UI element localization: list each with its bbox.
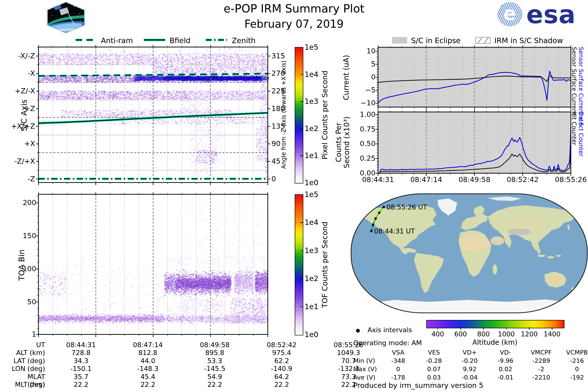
table-row-label: UT [10, 341, 48, 349]
tof-counts-colorbar [295, 194, 303, 336]
angle-tick-label: 90 [272, 140, 294, 148]
table-column-header: VCMPB [559, 349, 588, 357]
counts-ylabel-line1: Counts Per [334, 122, 343, 162]
altitude-tick-mark [460, 327, 461, 330]
altitude-tick-label: 1400 [542, 330, 562, 338]
time-tick-label: 08:47:14 [406, 176, 447, 184]
cassiope-mission-patch-icon: CASSIOPE [45, 1, 87, 34]
table-row-label: Ave (V) [353, 374, 380, 382]
angle-tick-label: 45 [272, 157, 294, 166]
altitude-tick-label: 400 [428, 330, 448, 338]
table-cell: 975.4 [248, 349, 315, 357]
colorbar-tick-mark [300, 250, 303, 251]
angle-tick-label: 225 [272, 87, 294, 95]
sc-axis-category-label: -Z [4, 175, 35, 183]
toa-tick-label: 100 [15, 264, 36, 273]
table-cell: 08:49:58 [181, 341, 248, 349]
colorbar-tick-mark [300, 101, 303, 102]
angle-tick-label: 0 [272, 175, 294, 183]
esa-logo-text: esa [526, 0, 576, 29]
table-cell: -2289 [523, 357, 559, 366]
counters-plot [374, 108, 574, 177]
altitude-tick-mark [438, 327, 438, 330]
colorbar-tick-label: 1e1 [304, 151, 326, 160]
table-cell: 22.2 [181, 381, 248, 388]
colorbar-tick-mark [300, 278, 303, 279]
table-cell: -348 [380, 357, 416, 366]
toa-tick-label: 50 [15, 298, 36, 306]
table-row-label: Max (V) [353, 366, 380, 374]
table-row-label: LAT (deg) [10, 357, 48, 365]
table-cell: 34.3 [48, 357, 114, 365]
colorbar-tick-label: 1e0 [304, 330, 326, 339]
sensor-current-plot [374, 44, 574, 110]
colorbar-tick-label: 1e4 [304, 70, 326, 79]
current-tick-label: −5 [345, 86, 376, 94]
table-cell: 9.92 [452, 366, 488, 374]
current-tick-label: 10 [345, 47, 376, 55]
counts-tick-label: 0.75 [345, 125, 376, 133]
table-corner [353, 349, 380, 357]
table-cell: 728.8 [48, 349, 114, 357]
toa-tick-label: 200 [15, 198, 36, 207]
tof-counts-colorbar-label: TOF Counts per Second [320, 214, 329, 316]
counts-tick-label: 1.00 [345, 110, 376, 118]
table-cell: 812.8 [114, 349, 181, 357]
axis-intervals-label: Axis intervals [368, 326, 412, 334]
table-cell: 0.07 [416, 366, 452, 374]
track-start-time-label: 08:44:31 UT [374, 227, 415, 235]
colorbar-tick-label: 1e5 [304, 190, 326, 199]
zenith-legend-line-icon [205, 36, 228, 44]
table-cell: 22.2 [48, 381, 114, 388]
time-tick-label: 08:49:58 [454, 176, 496, 184]
table-cell: -150.1 [48, 365, 114, 373]
pixel-counts-colorbar [295, 47, 303, 184]
altitude-colorbar [426, 320, 564, 328]
table-cell: -145.5 [181, 365, 248, 373]
ground-track-map: 08:44:31 UT 08:55:26 UT [350, 193, 588, 314]
page-date: February 07, 2019 [147, 18, 441, 30]
table-cell: -2210 [523, 374, 559, 382]
table-row-label: MLAT (deg) [10, 373, 48, 381]
table-cell: 08:55:26 [315, 341, 382, 349]
altitude-tick-label: 800 [474, 330, 493, 338]
table-cell: 22.2 [114, 381, 181, 388]
table-row-label: MLT (hrs) [10, 381, 48, 388]
colorbar-tick-label: 1e4 [304, 218, 326, 226]
epop-irm-summary-page: e-POP IRM Summary Plot February 07, 2019… [0, 0, 588, 392]
table-cell: 0.02 [488, 366, 523, 374]
current-tick-label: 5 [345, 60, 376, 68]
altitude-tick-mark [552, 327, 552, 330]
time-tick-label: 08:44:31 [357, 176, 399, 184]
axis-interval-dot [372, 224, 374, 226]
detect-counter-right-label: Detect Counter [578, 112, 584, 185]
esa-logo-icon: e [497, 2, 522, 26]
axis-interval-dot [370, 230, 373, 232]
colorbar-tick-label: 1e2 [304, 274, 326, 283]
altitude-tick-mark [529, 327, 530, 330]
table-cell: -140.9 [248, 365, 315, 373]
table-cell: 08:47:14 [114, 341, 181, 349]
table-cell: -9.96 [488, 357, 523, 366]
counts-tick-label: 0.50 [345, 140, 376, 148]
ephemeris-table: UT08:44:3108:47:1408:49:5808:52:4208:55:… [10, 341, 382, 388]
sc-axis-category-label: +Z/-X [4, 87, 35, 95]
voltage-table: VSAVESVD+VD-VMCPFVCMPBMin (V)-348-0.28-0… [353, 349, 588, 382]
table-cell: 0 [559, 366, 588, 374]
current-tick-label: −10 [345, 99, 376, 107]
table-column-header: VD- [488, 349, 523, 357]
cassiope-patch-label: CASSIOPE [57, 28, 75, 32]
sc-axis-category-label: +Z [4, 104, 35, 113]
toa-tick-label: 1 [15, 330, 36, 338]
current-tick-label: 0 [345, 73, 376, 81]
table-cell: 0.03 [416, 374, 452, 382]
sc-axis-category-label: +X/+Z [4, 122, 35, 130]
colorbar-tick-mark [300, 74, 303, 75]
table-column-header: VMCPF [523, 349, 559, 357]
angle-tick-label: 270 [272, 69, 294, 78]
toa-spectrogram [35, 191, 271, 338]
time-tick-label: 08:52:42 [502, 176, 544, 184]
colorbar-tick-mark [300, 222, 303, 223]
angle-tick-label: 180 [272, 104, 294, 113]
table-cell: -0.04 [452, 374, 488, 382]
